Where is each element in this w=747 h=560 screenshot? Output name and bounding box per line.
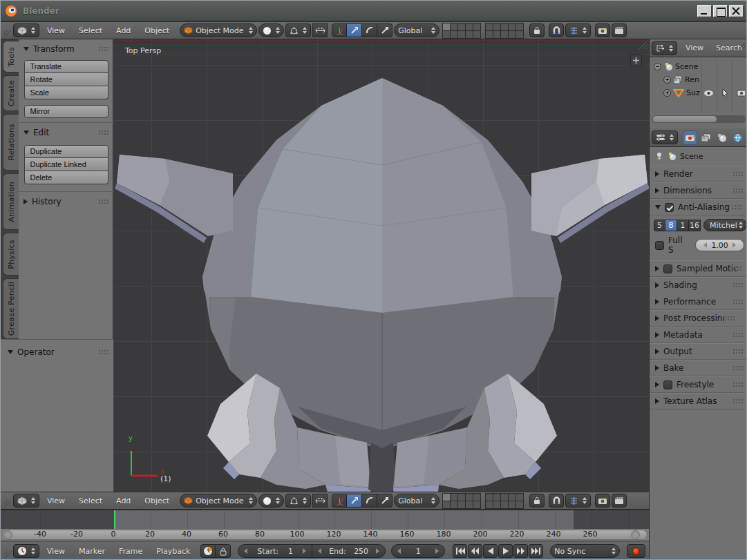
tab-render[interactable] — [683, 131, 697, 145]
viewport-shading-dropdown[interactable] — [258, 23, 284, 37]
panel-grip[interactable] — [98, 46, 108, 52]
mode-dropdown[interactable]: Object Mode — [180, 494, 257, 508]
samples-16-button[interactable]: 16 — [689, 220, 701, 231]
tab-world[interactable] — [730, 131, 745, 145]
sampled-motion-checkbox[interactable] — [663, 264, 672, 273]
manipulator-axis-button[interactable] — [332, 494, 347, 508]
expand-icon[interactable] — [663, 76, 671, 84]
play-reverse-button[interactable] — [483, 544, 498, 558]
3d-viewport[interactable]: Top Persp — [113, 39, 649, 492]
panel-post-processing[interactable]: Post Processing — [650, 310, 747, 327]
delete-button[interactable]: Delete — [24, 171, 108, 184]
manipulator-scale-toggle[interactable] — [377, 23, 393, 37]
mode-dropdown[interactable]: Object Mode — [180, 23, 257, 37]
full-sample-checkbox[interactable] — [655, 241, 664, 250]
panel-grip[interactable] — [732, 332, 743, 338]
duplicate-linked-button[interactable]: Duplicate Linked — [24, 158, 108, 171]
panel-shading[interactable]: Shading — [650, 277, 747, 293]
current-frame-field[interactable]: 1 — [391, 544, 445, 558]
viewport-shading-dropdown[interactable] — [258, 494, 284, 508]
panel-grip[interactable] — [732, 398, 743, 404]
restrict-render-camera-icon[interactable] — [737, 89, 746, 97]
render-opengl-anim-button[interactable] — [612, 494, 627, 508]
maximize-button[interactable] — [713, 5, 728, 17]
close-button[interactable] — [729, 5, 744, 17]
layer-buttons-group2[interactable] — [485, 493, 524, 509]
panel-grip[interactable] — [732, 299, 743, 305]
title-bar[interactable]: Blender — [1, 1, 747, 21]
panel-bake[interactable]: Bake — [650, 360, 747, 376]
panel-freestyle[interactable]: Freestyle — [650, 376, 747, 393]
increment-arrow-icon[interactable] — [732, 242, 736, 248]
orientation-dropdown[interactable]: Global — [394, 494, 439, 508]
panel-grip[interactable] — [732, 365, 743, 371]
lock-to-scene-toggle[interactable] — [529, 23, 545, 37]
pivot-point-dropdown[interactable] — [285, 23, 311, 37]
panel-grip[interactable] — [732, 171, 743, 177]
panel-grip[interactable] — [724, 316, 735, 321]
panel-texture-atlas[interactable]: Texture Atlas — [650, 393, 747, 409]
lock-to-scene-toggle[interactable] — [529, 494, 545, 508]
outliner-horizontal-scrollbar[interactable] — [652, 115, 746, 123]
duplicate-button[interactable]: Duplicate — [24, 145, 108, 158]
previous-keyframe-button[interactable] — [468, 544, 482, 558]
menu-marker[interactable]: Marker — [73, 547, 111, 556]
eye-icon[interactable] — [703, 90, 714, 97]
rotate-button[interactable]: Rotate — [24, 73, 108, 86]
panel-grip[interactable] — [732, 382, 743, 387]
panel-grip[interactable] — [98, 130, 108, 135]
area-corner-grip[interactable] — [639, 511, 648, 521]
decrement-arrow-icon[interactable] — [244, 548, 247, 554]
layer-buttons-group2[interactable] — [485, 23, 524, 39]
tab-create[interactable]: Create — [3, 75, 19, 111]
menu-select[interactable]: Select — [73, 26, 108, 35]
manipulator-axis-button[interactable] — [332, 23, 347, 37]
decrement-arrow-icon[interactable] — [397, 548, 401, 554]
layer-buttons-group1[interactable] — [442, 493, 481, 509]
area-corner-grip[interactable] — [3, 493, 12, 508]
menu-select[interactable]: Select — [73, 496, 108, 505]
area-corner-grip[interactable] — [3, 23, 12, 38]
open-properties-region-button[interactable] — [630, 55, 642, 66]
snap-toggle[interactable] — [549, 23, 564, 37]
manipulator-rotate-toggle[interactable] — [362, 494, 377, 508]
area-corner-grip[interactable] — [739, 40, 747, 48]
cursor-select-icon[interactable] — [721, 88, 729, 97]
outliner-row-suzanne[interactable]: Suz — [663, 86, 746, 99]
menu-object[interactable]: Object — [138, 496, 176, 505]
editor-type-button[interactable] — [652, 131, 678, 144]
pin-icon[interactable] — [655, 152, 663, 161]
tab-render-layers[interactable] — [699, 131, 713, 145]
tab-relations[interactable]: Relations — [3, 114, 19, 171]
manipulator-scale-toggle[interactable] — [377, 494, 393, 508]
tab-tools[interactable]: Tools — [3, 41, 19, 73]
scrollbar-right-handle[interactable] — [631, 530, 640, 539]
snap-element-dropdown[interactable] — [565, 494, 591, 508]
panel-output[interactable]: Output — [650, 343, 747, 360]
menu-playback[interactable]: Playback — [150, 547, 196, 556]
panel-grip[interactable] — [732, 188, 743, 193]
panel-sampled-motion[interactable]: Sampled Motion — [650, 260, 747, 277]
editor-type-button[interactable] — [652, 41, 677, 55]
panel-grip[interactable] — [732, 349, 743, 354]
panel-grip[interactable] — [98, 349, 108, 355]
menu-view[interactable]: View — [41, 496, 71, 505]
editor-type-button[interactable] — [13, 544, 39, 558]
collapse-icon[interactable] — [654, 63, 661, 70]
layer-buttons-group1[interactable] — [442, 23, 481, 39]
timeline-track[interactable] — [1, 510, 649, 529]
increment-arrow-icon[interactable] — [435, 548, 439, 554]
samples-8-button[interactable]: 8 — [665, 220, 677, 231]
decrement-arrow-icon[interactable] — [703, 242, 707, 248]
panel-grip[interactable] — [734, 266, 743, 271]
scale-button[interactable]: Scale — [24, 86, 108, 99]
next-keyframe-button[interactable] — [513, 544, 528, 558]
sync-dropdown[interactable]: No Sync — [550, 544, 619, 558]
manipulate-centers-toggle[interactable] — [312, 23, 328, 37]
render-opengl-button[interactable] — [595, 494, 610, 508]
play-button[interactable] — [498, 544, 513, 558]
fullsample-value-slider[interactable]: 1.00 — [695, 239, 744, 251]
panel-dimensions[interactable]: Dimensions — [650, 182, 747, 199]
samples-11-button[interactable]: 1 — [677, 220, 689, 231]
outliner-row-renderlayers[interactable]: Ren — [663, 73, 699, 86]
